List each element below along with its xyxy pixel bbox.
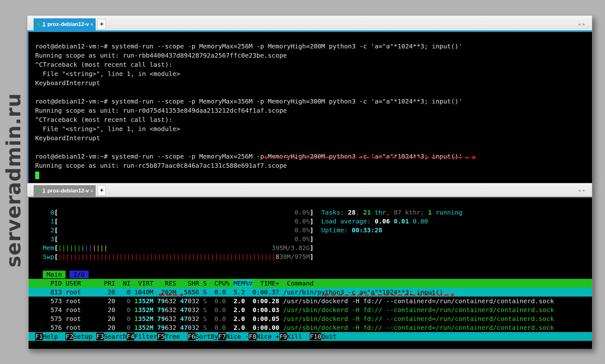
- new-tab-button[interactable]: +: [98, 19, 106, 29]
- terminal-line: File "<string>", line 1, in <module>: [29, 124, 592, 134]
- tab-close-icon[interactable]: ×: [91, 22, 93, 27]
- session-connected-dot: [37, 23, 40, 26]
- annotation-underline-python-command: [325, 294, 453, 296]
- htop-line: 1[ 0.0%] Load average: 0.06 0.01 0.00: [29, 217, 592, 226]
- htop-line: Mem[||||||||||||| 395M/3.82G]: [29, 243, 592, 252]
- terminal-line: [29, 88, 592, 97]
- htop-terminal-screen[interactable]: 0[ 0.0%] Tasks: 28, 21 thr, 87 kthr; 1 r…: [27, 198, 592, 349]
- htop-row-574[interactable]: 574 root 20 0 1352M 79632 47032 S 0.0 2.…: [29, 305, 592, 314]
- terminal-line: root@debian12-vm:~# systemd-run --scope …: [29, 42, 592, 51]
- tab-index: 1: [42, 21, 45, 28]
- terminal-line: root@debian12-vm:~# systemd-run --scope …: [29, 97, 592, 106]
- htop-row-813[interactable]: 813 root 20 0 1040M 202M 5656 S 0.0 5.2 …: [29, 288, 592, 297]
- annotation-underline-command: [265, 157, 474, 158]
- terminal-line: ^CTraceback (most recent call last):: [29, 60, 592, 69]
- tab-title: prox-debian12-vm: [47, 21, 88, 28]
- window2-tabbar: 1 prox-debian12-vm × + ◂▸: [27, 183, 592, 197]
- scroll-left-icon[interactable]: ◂: [578, 22, 583, 27]
- tab-scroll-arrows[interactable]: ◂▸: [578, 188, 588, 193]
- terminal-line: [29, 33, 592, 42]
- terminal-line: Running scope as unit: run-r0d75d41353e8…: [29, 106, 592, 115]
- htop-line: [29, 261, 592, 270]
- session-connected-dot: [37, 189, 40, 193]
- tab-title: prox-debian12-vm: [47, 188, 88, 194]
- tab-scroll-arrows[interactable]: ◂▸: [578, 22, 588, 27]
- annotation-underline-res-202m: [160, 294, 182, 296]
- terminal-line: Running scope as unit: run-rbb4400437d89…: [29, 51, 592, 60]
- scroll-right-icon[interactable]: ▸: [583, 188, 588, 193]
- watermark-text: serveradmin.ru: [2, 93, 25, 267]
- terminal-line: [29, 143, 592, 152]
- scroll-right-icon[interactable]: ▸: [583, 22, 588, 27]
- htop-row-573[interactable]: 573 root 20 0 1352M 79632 47032 S 0.0 2.…: [29, 297, 592, 305]
- htop-row-576[interactable]: 576 root 20 0 1352M 79632 47032 S 0.0 2.…: [29, 323, 592, 332]
- window2-tab-prox-debian12-vm[interactable]: 1 prox-debian12-vm ×: [34, 185, 96, 197]
- htop-line: Swp[||||||||||||||||||||||||||||||||||||…: [29, 252, 592, 261]
- terminal-window-bottom: 1 prox-debian12-vm × + ◂▸ 0[ 0.0%] Tasks…: [27, 183, 592, 349]
- terminal-line: KeyboardInterrupt: [29, 134, 592, 143]
- htop-line: 2[ 0.0%] Uptime: 00:33:28: [29, 226, 592, 235]
- htop-function-bar[interactable]: F1Help F2Setup F3SearchF4FilterF5Tree F6…: [29, 332, 592, 341]
- htop-line: [29, 199, 592, 208]
- tab-close-icon[interactable]: ×: [91, 188, 93, 193]
- tab-index: 1: [42, 188, 45, 194]
- htop-table-header: PID USER PRI NI VIRT RES SHR S CPU% MEM%…: [29, 279, 592, 288]
- htop-row-575[interactable]: 575 root 20 0 1352M 79632 47032 S 0.0 2.…: [29, 314, 592, 323]
- terminal1-screen[interactable]: root@debian12-vm:~# systemd-run --scope …: [27, 32, 592, 183]
- window1-tabbar: 1 prox-debian12-vm × + ◂▸: [27, 16, 592, 30]
- terminal-cursor: [35, 172, 39, 179]
- terminal-line: root@debian12-vm:~# systemd-run --scope …: [29, 152, 592, 161]
- htop-screen-tabs: Main I/O: [29, 270, 592, 279]
- terminal-line: ^CTraceback (most recent call last):: [29, 115, 592, 124]
- terminal-line: File "<string>", line 1, in <module>: [29, 69, 592, 78]
- terminal-line: KeyboardInterrupt: [29, 78, 592, 88]
- window1-tab-prox-debian12-vm[interactable]: 1 prox-debian12-vm ×: [34, 18, 96, 30]
- terminal-line: Running scope as unit: run-rc5b877aac0c8…: [29, 161, 592, 170]
- scroll-left-icon[interactable]: ◂: [578, 188, 583, 193]
- new-tab-button[interactable]: +: [98, 185, 106, 196]
- htop-line: 3[ 0.0%]: [29, 235, 592, 243]
- terminal1-output: root@debian12-vm:~# systemd-run --scope …: [29, 32, 592, 170]
- htop-line: 0[ 0.0%] Tasks: 28, 21 thr, 87 kthr; 1 r…: [29, 208, 592, 217]
- htop-screen: 0[ 0.0%] Tasks: 28, 21 thr, 87 kthr; 1 r…: [29, 198, 592, 341]
